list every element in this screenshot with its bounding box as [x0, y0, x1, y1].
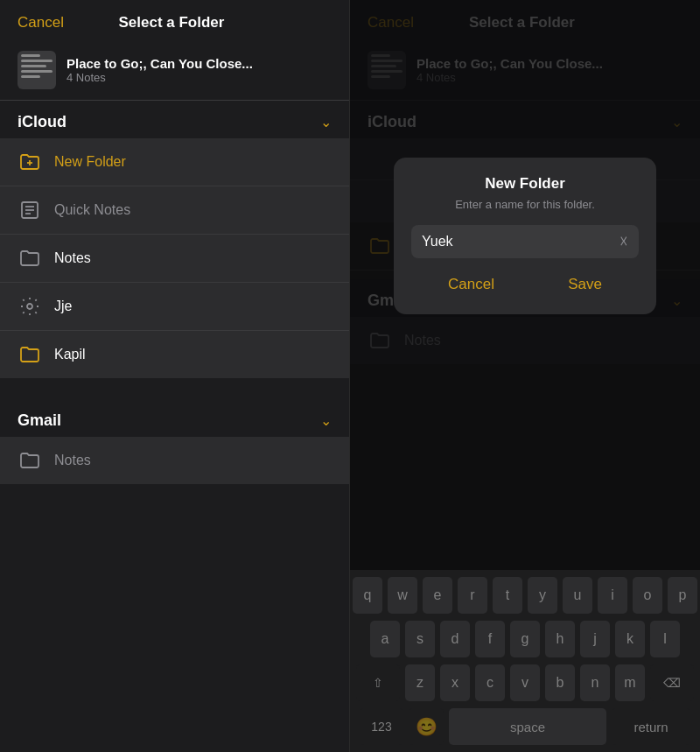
left-icloud-title: iCloud — [18, 113, 66, 131]
left-gmail-title: Gmail — [18, 411, 61, 430]
gear-icon — [18, 294, 42, 319]
folder-plus-icon — [18, 150, 42, 174]
quick-notes-icon — [18, 198, 42, 222]
left-notes-label: Notes — [54, 250, 91, 266]
left-jje-label: Jje — [54, 299, 72, 314]
left-gmail-section: Gmail ⌄ Notes — [0, 399, 349, 484]
left-quick-notes-label: Quick Notes — [54, 202, 130, 218]
dialog-buttons: Cancel Save — [411, 272, 639, 297]
left-folder-jje[interactable]: Jje — [0, 283, 349, 331]
dialog-subtitle: Enter a name for this folder. — [455, 198, 595, 211]
left-icloud-section-header[interactable]: iCloud ⌄ — [0, 101, 349, 138]
left-gmail-chevron-icon: ⌄ — [320, 412, 332, 429]
note-count: 4 Notes — [66, 71, 253, 84]
left-icloud-folder-list: New Folder Quick Notes Notes — [0, 138, 349, 378]
left-new-folder-label: New Folder — [54, 154, 126, 170]
left-folder-kapil[interactable]: Kapil — [0, 331, 349, 378]
svg-point-6 — [27, 304, 32, 309]
right-panel: Cancel Select a Folder Place to Go;, Can… — [350, 0, 700, 752]
dialog-input-wrap: ☓ — [411, 225, 639, 258]
left-gmail-folder-list: Notes — [0, 437, 349, 484]
folder-icon — [18, 246, 42, 271]
left-top-note[interactable]: Place to Go;, Can You Close... 4 Notes — [0, 40, 349, 101]
left-folder-notes[interactable]: Notes — [0, 235, 349, 283]
dialog-overlay: New Folder Enter a name for this folder.… — [350, 0, 700, 752]
left-header: Cancel Select a Folder — [0, 0, 349, 40]
gmail-folder-icon — [18, 448, 42, 473]
dialog-save-button[interactable]: Save — [542, 272, 628, 297]
left-gmail-section-header[interactable]: Gmail ⌄ — [0, 399, 349, 437]
folder-name-input[interactable] — [422, 234, 620, 249]
left-folder-new-folder[interactable]: New Folder — [0, 138, 349, 186]
left-panel: Cancel Select a Folder Place to Go;, Can… — [0, 0, 350, 752]
left-gmail-notes-label: Notes — [54, 453, 91, 468]
left-header-title: Select a Folder — [118, 14, 224, 32]
left-gmail-notes[interactable]: Notes — [0, 437, 349, 484]
note-title: Place to Go;, Can You Close... — [66, 56, 253, 71]
left-kapil-label: Kapil — [54, 347, 86, 362]
clear-input-button[interactable]: ☓ — [620, 232, 628, 251]
new-folder-dialog: New Folder Enter a name for this folder.… — [394, 158, 656, 314]
left-folder-quick-notes[interactable]: Quick Notes — [0, 186, 349, 235]
left-icloud-chevron-icon: ⌄ — [320, 114, 332, 130]
folder-yellow-icon — [18, 342, 42, 367]
dialog-cancel-button[interactable]: Cancel — [422, 272, 521, 297]
note-thumbnail — [18, 51, 56, 89]
dialog-title: New Folder — [485, 175, 565, 193]
left-cancel-button[interactable]: Cancel — [18, 14, 64, 32]
